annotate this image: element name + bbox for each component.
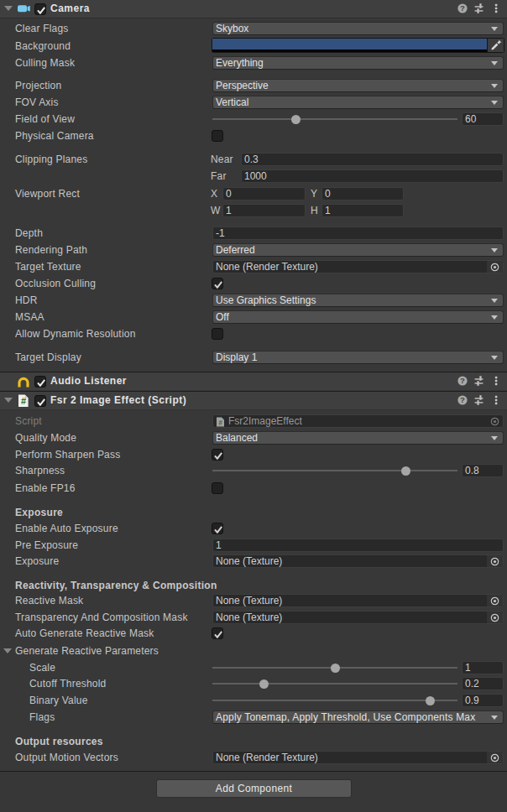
- svg-text:?: ?: [460, 395, 465, 404]
- svg-text:?: ?: [460, 3, 465, 13]
- svg-text:#: #: [21, 396, 26, 406]
- svg-text:#: #: [218, 419, 222, 427]
- svg-text:?: ?: [460, 376, 465, 385]
